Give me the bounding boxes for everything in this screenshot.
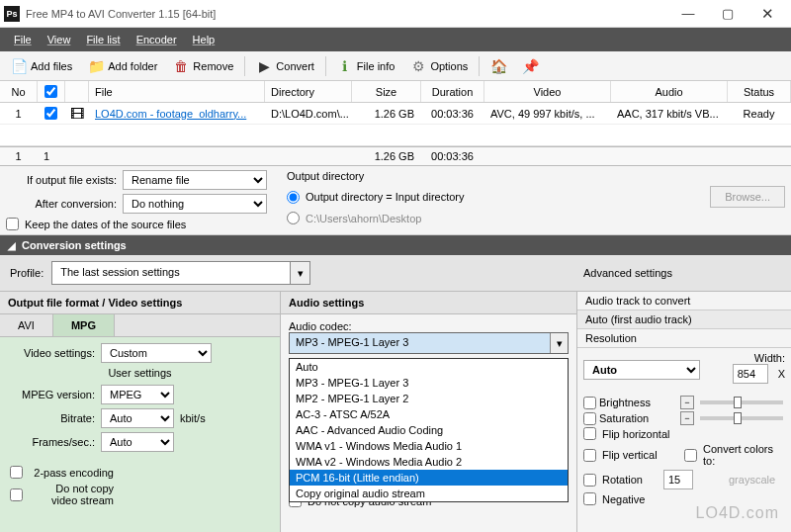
saturation-slider[interactable]: [700, 416, 783, 420]
col-size[interactable]: Size: [352, 81, 421, 102]
menu-file[interactable]: File: [6, 28, 40, 51]
codec-option[interactable]: WMA v1 - Windows Media Audio 1: [290, 438, 568, 454]
fps-select[interactable]: Auto: [101, 432, 174, 452]
bitrate-unit: kbit/s: [180, 412, 206, 424]
file-info-button[interactable]: ℹFile info: [330, 54, 402, 78]
codec-option[interactable]: WMA v2 - Windows Media Audio 2: [290, 454, 568, 470]
audio-codec-select[interactable]: MP3 - MPEG-1 Layer 3 ▾: [289, 332, 569, 354]
minimize-button[interactable]: —: [668, 1, 708, 27]
outdir-eq-radio[interactable]: [287, 191, 300, 204]
profile-label: Profile:: [10, 267, 44, 279]
col-directory[interactable]: Directory: [265, 81, 352, 102]
cell-no: 1: [0, 103, 38, 124]
col-duration[interactable]: Duration: [421, 81, 484, 102]
brightness-slider[interactable]: [700, 400, 783, 404]
select-all-checkbox[interactable]: [44, 85, 57, 98]
cell-size: 1.26 GB: [352, 103, 421, 124]
add-folder-icon: 📁: [88, 58, 104, 74]
keep-dates-checkbox[interactable]: [6, 218, 19, 230]
menu-view[interactable]: View: [40, 28, 79, 51]
codec-option[interactable]: AC-3 - ATSC A/52A: [290, 406, 568, 422]
format-tabs: AVI MPG: [0, 314, 280, 337]
width-label: Width:: [733, 352, 785, 364]
grid-blank-row: [0, 125, 791, 146]
col-audio[interactable]: Audio: [611, 81, 728, 102]
options-button[interactable]: ⚙Options: [403, 54, 475, 78]
if-exists-select[interactable]: Rename file: [123, 170, 267, 190]
menu-encoder[interactable]: Encoder: [129, 28, 185, 51]
cell-icon: 🎞: [65, 103, 89, 124]
outdir-path-radio[interactable]: [287, 212, 300, 224]
negative-checkbox[interactable]: [583, 492, 596, 505]
codec-option[interactable]: Copy original audio stream: [290, 486, 568, 501]
audio-settings-panel: Audio settings Audio codec: MP3 - MPEG-1…: [281, 292, 577, 532]
rotation-input[interactable]: [663, 470, 693, 489]
convert-colors-checkbox[interactable]: [684, 449, 697, 462]
maximize-button[interactable]: ▢: [708, 1, 747, 27]
output-settings: If output file exists: Rename file After…: [0, 166, 791, 235]
grid-totals: 1 1 1.26 GB 00:03:36: [0, 146, 791, 166]
tab-avi[interactable]: AVI: [0, 314, 53, 336]
file-link[interactable]: LO4D.com - footage_oldharry...: [95, 108, 246, 120]
close-button[interactable]: ✕: [747, 1, 787, 27]
output-directory-label: Output directory: [287, 170, 785, 182]
bitrate-label: Bitrate:: [10, 412, 95, 424]
rotation-checkbox[interactable]: [583, 474, 596, 487]
file-row[interactable]: 1 🎞 LO4D.com - footage_oldharry... D:\LO…: [0, 103, 791, 125]
codec-option[interactable]: MP3 - MPEG-1 Layer 3: [290, 375, 568, 391]
home-button[interactable]: 🏠: [483, 54, 513, 78]
col-icon[interactable]: [65, 81, 89, 102]
audio-track-value[interactable]: Auto (first audio track): [577, 310, 791, 329]
audio-codec-label: Audio codec:: [289, 320, 569, 332]
resolution-select[interactable]: Auto: [583, 360, 700, 380]
bitrate-select[interactable]: Auto: [101, 408, 174, 428]
conversion-settings-header[interactable]: ◢ Conversion settings: [0, 235, 791, 255]
menu-help[interactable]: Help: [185, 28, 223, 51]
col-video[interactable]: Video: [484, 81, 611, 102]
outdir-eq-label: Output directory = Input directory: [306, 191, 465, 203]
minus-button[interactable]: −: [680, 411, 694, 425]
after-conversion-label: After conversion:: [6, 198, 117, 210]
col-check[interactable]: [38, 81, 65, 102]
file-info-icon: ℹ: [337, 58, 353, 74]
cell-status: Ready: [728, 103, 791, 124]
minus-button[interactable]: −: [680, 396, 694, 409]
outdir-path-label: C:\Users\ahorn\Desktop: [306, 213, 421, 224]
col-no[interactable]: No: [0, 81, 38, 102]
codec-option[interactable]: AAC - Advanced Audio Coding: [290, 422, 568, 438]
tab-mpg[interactable]: MPG: [53, 314, 115, 336]
width-input[interactable]: [733, 364, 768, 384]
video-settings-select[interactable]: Custom: [101, 343, 212, 363]
remove-button[interactable]: 🗑Remove: [166, 54, 240, 78]
after-conversion-select[interactable]: Do nothing: [123, 194, 267, 214]
cell-video: AVC, 49 997 kbit/s, ...: [484, 103, 611, 124]
video-settings-panel: Output file format / Video settings AVI …: [0, 292, 281, 532]
codec-option[interactable]: Auto: [290, 359, 568, 375]
saturation-checkbox[interactable]: [583, 412, 596, 425]
fliph-checkbox[interactable]: [583, 427, 596, 440]
codec-option[interactable]: MP2 - MPEG-1 Layer 2: [290, 391, 568, 406]
twopass-checkbox[interactable]: [10, 466, 23, 479]
advanced-settings-panel: Audio track to convert Auto (first audio…: [577, 292, 791, 532]
flipv-checkbox[interactable]: [583, 449, 596, 462]
chevron-down-icon: ▾: [290, 262, 309, 284]
browse-button[interactable]: Browse...: [710, 186, 785, 208]
profile-select[interactable]: The last session settings ▾: [51, 261, 310, 285]
codec-option[interactable]: PCM 16-bit (Little endian): [290, 470, 568, 486]
nocopy-video-label: Do not copy video stream: [29, 483, 114, 506]
col-file[interactable]: File: [89, 81, 265, 102]
window-title: Free MP4 to AVI Converter 1.15 [64-bit]: [26, 8, 668, 20]
total-duration: 00:03:36: [421, 147, 484, 165]
col-status[interactable]: Status: [728, 81, 791, 102]
cell-audio: AAC, 317 kbit/s VB...: [611, 103, 728, 124]
nocopy-video-checkbox[interactable]: [10, 488, 23, 501]
mpeg-version-select[interactable]: MPEG-1: [101, 385, 174, 404]
row-checkbox[interactable]: [44, 107, 57, 120]
fps-label: Frames/sec.:: [10, 436, 95, 448]
convert-button[interactable]: ▶Convert: [249, 54, 321, 78]
menu-filelist[interactable]: File list: [78, 28, 128, 51]
pin-button[interactable]: 📌: [515, 54, 545, 78]
add-files-button[interactable]: 📄Add files: [4, 54, 79, 78]
add-folder-button[interactable]: 📁Add folder: [81, 54, 164, 78]
brightness-checkbox[interactable]: [583, 397, 596, 409]
